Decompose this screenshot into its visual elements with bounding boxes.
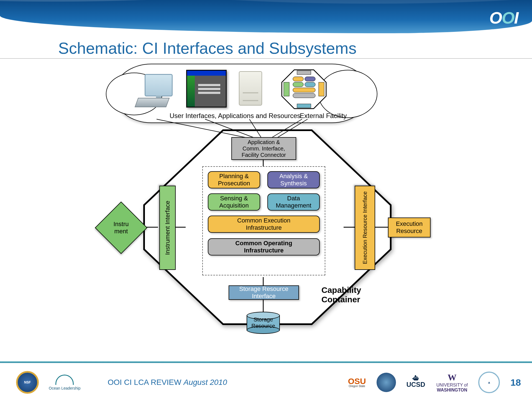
svg-rect-7 [293,82,303,87]
slide-header: OOI [0,0,532,33]
footer-review-text: OOI CI LCA REVIEW August 2010 [108,378,227,387]
uw-logo-icon: WUNIVERSITY ofWASHINGTON [436,372,468,393]
svg-rect-8 [305,82,315,87]
computer-icon [136,74,175,107]
cloud-caption-right: External Facility [300,112,347,120]
block-app-interface: Application & Comm. Interface, Facility … [231,137,296,160]
cloud-user-resources: User Interfaces, Applications and Resour… [114,64,370,123]
block-common-execution: Common Execution Infrastructure [208,216,320,233]
block-data-management: Data Management [267,193,320,211]
block-sensing: Sensing & Acquisition [208,193,260,211]
cloud-caption-left: User Interfaces, Applications and Resour… [170,112,300,120]
ocean-leadership-logo-icon: Ocean Leadership [49,375,80,390]
svg-rect-1 [297,71,311,75]
external-facility-icon [280,68,328,110]
svg-rect-9 [293,88,315,92]
diagram: User Interfaces, Applications and Resour… [103,64,429,335]
nsf-logo-icon: NSF [16,371,39,394]
footer-rule [0,361,532,363]
svg-rect-5 [293,77,303,81]
partner-logo-icon: ▲ [478,372,500,393]
block-storage-interface: Storage Resource Interface [229,285,299,300]
slide-title: Schematic: CI Interfaces and Subsystems [58,39,357,57]
block-execution-resource: Execution Resource [388,218,431,237]
svg-rect-3 [319,82,324,96]
footer: NSF Ocean Leadership OOI CI LCA REVIEW A… [0,366,532,399]
server-icon [233,71,267,107]
ucsd-logo-icon: ⛴UCSD [406,376,425,388]
osu-logo-icon: OSUOregon State [348,377,366,387]
page-number: 18 [510,377,521,388]
block-instrument-interface: Instrument Interface [159,186,176,270]
diagram-stage: User Interfaces, Applications and Resour… [0,61,532,360]
application-window-icon [186,70,227,108]
block-execution-interface: Execution Resource Interface [355,186,375,270]
ooi-logo: OOI [489,8,518,27]
svg-rect-6 [305,77,315,81]
block-analysis: Analysis & Synthesis [267,171,320,188]
block-instrument: Instru ment [95,201,147,254]
scripps-logo-icon [377,373,396,392]
label-capability-container: Capability Container [321,285,361,304]
block-planning: Planning & Prosecution [208,171,260,188]
block-common-operating: Common Operating Infrastructure [208,238,320,255]
header-swoosh [0,0,532,33]
svg-rect-10 [293,93,315,98]
block-storage-resource: Storage Resource [247,312,280,334]
svg-rect-4 [297,104,311,108]
title-rule [0,58,532,59]
svg-rect-2 [284,82,289,96]
